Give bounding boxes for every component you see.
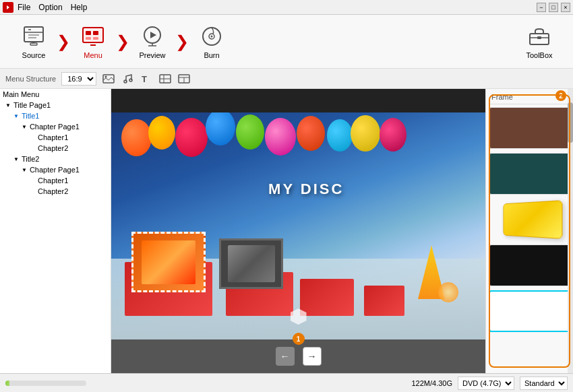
title-bar-right: − □ × xyxy=(537,3,570,12)
frame-yellow[interactable] xyxy=(489,199,570,240)
preview-label: Preview xyxy=(139,51,165,59)
svg-rect-12 xyxy=(93,37,98,40)
aspect-select[interactable]: 16:9 4:3 xyxy=(61,72,96,86)
file-size: 122M/4.30G xyxy=(411,379,452,387)
grid-icon[interactable] xyxy=(158,72,172,86)
main-content: Main Menu ▼ Title Page1 ▼ Title1 ▼ Chapt… xyxy=(0,89,573,373)
tree-panel: Main Menu ▼ Title Page1 ▼ Title1 ▼ Chapt… xyxy=(0,89,111,373)
svg-point-25 xyxy=(124,80,127,83)
tree-title2[interactable]: ▼ Title2 xyxy=(0,154,111,164)
menu-help[interactable]: Help xyxy=(71,3,88,12)
frame-brown[interactable] xyxy=(489,107,570,149)
maximize-button[interactable]: □ xyxy=(549,3,558,12)
app-icon xyxy=(3,2,13,13)
scrollbar-track[interactable] xyxy=(568,89,573,373)
progress-bar xyxy=(5,381,86,386)
svg-point-19 xyxy=(211,35,213,37)
toolbar: Source ❯ Menu ❯ Previe xyxy=(0,15,573,69)
quality-select[interactable]: Standard High Low xyxy=(520,377,568,390)
menu-bar: File Option Help xyxy=(18,3,87,12)
arrow-3: ❯ xyxy=(175,32,189,51)
right-panel: 2 Frame xyxy=(485,89,573,373)
svg-point-24 xyxy=(105,75,107,77)
menu-label: Menu xyxy=(84,51,102,59)
toolbar-source[interactable]: Source xyxy=(7,18,61,65)
sub-toolbar: Menu Structure 16:9 4:3 T xyxy=(0,69,573,89)
burn-label: Burn xyxy=(204,51,219,59)
svg-rect-8 xyxy=(83,28,103,42)
status-bar: 122M/4.30G DVD (4.7G) BD (25G) Standard … xyxy=(0,373,573,392)
progress-fill xyxy=(5,381,9,386)
svg-point-26 xyxy=(129,79,132,81)
svg-rect-10 xyxy=(93,31,98,35)
tree-chapter1-1[interactable]: Chapter1 xyxy=(0,132,111,143)
title-bar: File Option Help − □ × xyxy=(0,0,573,15)
svg-rect-7 xyxy=(30,43,37,45)
canvas-area: MY DISC 1 ← → xyxy=(111,89,485,373)
menu-icon xyxy=(81,24,105,48)
image-icon[interactable] xyxy=(102,72,115,86)
toolbox-icon xyxy=(527,24,551,48)
title-bar-left: File Option Help xyxy=(3,2,87,13)
svg-rect-9 xyxy=(86,31,91,35)
disc-type-select[interactable]: DVD (4.7G) BD (25G) xyxy=(458,377,514,390)
arrow-1: ❯ xyxy=(57,32,70,51)
panel-badge: 2 xyxy=(555,90,566,101)
menu-structure-label: Menu Structure xyxy=(5,75,56,83)
burn-icon xyxy=(200,24,224,48)
scrollbar-thumb[interactable] xyxy=(568,102,573,143)
tree-chapter-page1-2[interactable]: ▼ Chapter Page1 xyxy=(0,164,111,175)
canvas-title: MY DISC xyxy=(268,181,344,198)
tree-chapter1-2[interactable]: Chapter1 xyxy=(0,175,111,186)
toolbar-menu[interactable]: Menu xyxy=(66,18,120,65)
frame-cyan[interactable] xyxy=(489,290,570,332)
arrow-2: ❯ xyxy=(116,32,129,51)
svg-rect-1 xyxy=(24,27,43,42)
tree-title1[interactable]: ▼ Title1 xyxy=(0,110,111,121)
toolbox-label: ToolBox xyxy=(526,51,552,59)
frame-black[interactable] xyxy=(489,244,570,286)
prev-arrow[interactable]: ← xyxy=(276,347,295,366)
nav-badge: 1 xyxy=(293,333,305,345)
source-label: Source xyxy=(22,51,46,59)
close-button[interactable]: × xyxy=(561,3,570,12)
frame-teal[interactable] xyxy=(489,153,570,195)
tree-chapter2-1[interactable]: Chapter2 xyxy=(0,143,111,154)
menu-option[interactable]: Option xyxy=(38,3,62,12)
toolbar-toolbox[interactable]: ToolBox xyxy=(512,18,566,65)
text-icon[interactable]: T xyxy=(140,72,153,86)
preview-icon xyxy=(140,24,164,48)
tree-main-menu[interactable]: Main Menu xyxy=(0,89,111,100)
menu-file[interactable]: File xyxy=(18,3,30,12)
layout-icon[interactable] xyxy=(177,72,191,86)
tree-chapter-page1-1[interactable]: ▼ Chapter Page1 xyxy=(0,121,111,132)
canvas-top-bar xyxy=(111,89,485,112)
music-icon[interactable] xyxy=(121,72,134,86)
canvas-nav-bar: 1 ← → xyxy=(111,339,485,373)
toolbar-burn[interactable]: Burn xyxy=(185,18,239,65)
svg-rect-22 xyxy=(537,36,541,39)
minimize-button[interactable]: − xyxy=(537,3,546,12)
tree-title-page1[interactable]: ▼ Title Page1 xyxy=(0,100,111,110)
source-icon xyxy=(22,24,46,48)
toolbar-preview[interactable]: Preview xyxy=(125,18,179,65)
svg-marker-14 xyxy=(150,32,156,38)
svg-text:T: T xyxy=(142,74,147,84)
tree-chapter2-2[interactable]: Chapter2 xyxy=(0,186,111,197)
svg-rect-11 xyxy=(86,37,91,40)
next-arrow[interactable]: → xyxy=(303,347,322,366)
